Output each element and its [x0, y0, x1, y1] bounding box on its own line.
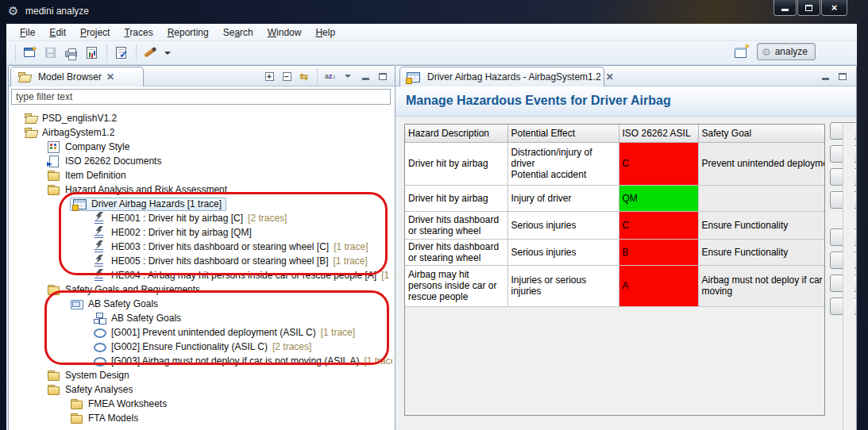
menu-file[interactable]: File — [13, 25, 42, 40]
safety-goal-cell[interactable]: Prevent unintended deployment — [698, 142, 825, 185]
report-button[interactable] — [83, 44, 102, 62]
tree-item[interactable]: System Design — [10, 368, 392, 382]
minimize-view-button[interactable] — [817, 69, 833, 83]
app-gear-icon: ⚙ — [8, 4, 18, 18]
minimize-view-button[interactable] — [357, 69, 373, 83]
tree-item[interactable]: [G003] Airbag must not deploy if car is … — [10, 354, 392, 368]
open-perspective-icon[interactable]: ★ — [733, 44, 749, 59]
print-button[interactable] — [62, 44, 81, 62]
trace-count: [2 traces] — [272, 341, 311, 352]
safety-goal-cell[interactable]: Ensure Functionality — [698, 239, 825, 265]
tree-item-label: HE003 : Driver hits dashboard or stearin… — [110, 241, 330, 252]
sort-alphabetically-button[interactable]: az↓ — [322, 69, 338, 83]
view-menu-icon — [345, 75, 351, 78]
column-header[interactable]: Potential Effect — [507, 125, 619, 142]
column-header[interactable]: Safety Goal — [698, 125, 825, 142]
tree-item[interactable]: [G002] Ensure Functionality (ASIL C)[2 t… — [10, 340, 392, 354]
tree-item[interactable]: HE001 : Driver hit by airbag [C][2 trace… — [10, 211, 392, 225]
asil-cell[interactable]: QM — [619, 185, 698, 211]
documents-icon — [47, 155, 60, 167]
column-header[interactable]: Hazard Description — [405, 125, 507, 142]
safety-goal-cell[interactable]: Airbag must not deploy if car is not mov… — [698, 265, 825, 306]
tab-editor[interactable]: Driver Airbag Hazards - AirbagSystem1.2 … — [399, 67, 604, 86]
tab-model-browser[interactable]: Model Browser ✕ — [10, 67, 144, 86]
editor-scrollbar[interactable] — [843, 124, 854, 430]
potential-effect-cell[interactable]: Injuries or serious injuries — [507, 265, 619, 306]
save-button[interactable] — [41, 44, 60, 62]
menu-window[interactable]: Window — [260, 25, 309, 40]
goal-icon — [93, 355, 106, 367]
brush-icon — [144, 48, 155, 57]
link-with-editor-button[interactable]: ⇆ — [296, 69, 312, 83]
close-button[interactable]: × — [821, 0, 847, 16]
tab-label: Driver Airbag Hazards - AirbagSystem1.2 — [427, 71, 601, 83]
potential-effect-cell[interactable]: Serious injuries — [507, 239, 619, 265]
tree-item-label: FMEA Worksheets — [87, 398, 168, 409]
goal-icon — [93, 326, 106, 339]
folder-open-icon — [24, 112, 37, 125]
folder-open-icon — [17, 71, 31, 83]
tree-item[interactable]: FMEA Worksheets — [10, 397, 392, 411]
tree-item[interactable]: ISO 26262 Documents — [10, 154, 392, 168]
asil-cell[interactable]: C — [619, 211, 698, 239]
potential-effect-cell[interactable]: Serious injuries — [507, 211, 619, 239]
tree-item[interactable]: FTA Models — [10, 411, 392, 425]
tree-item[interactable]: Company Style — [10, 140, 392, 154]
hazard-description-cell[interactable]: Driver hits dashboard or stearing wheel — [405, 239, 507, 265]
tree-item[interactable]: AB Safety Goals — [10, 297, 392, 311]
maximize-button[interactable] — [797, 0, 820, 16]
asil-cell[interactable]: C — [619, 142, 698, 185]
tree-item[interactable]: Item Definition — [10, 168, 392, 182]
hazard-description-cell[interactable]: Driver hit by airbag — [405, 185, 507, 211]
tree-item[interactable]: Driver Airbag Hazards [1 trace] — [10, 197, 392, 211]
expand-all-button[interactable]: + — [261, 69, 277, 83]
potential-effect-cell[interactable]: Injury of driver — [507, 185, 619, 211]
tree-item[interactable]: HE003 : Driver hits dashboard or stearin… — [10, 240, 392, 254]
safety-goal-cell[interactable] — [698, 185, 825, 211]
brush-button[interactable] — [141, 44, 160, 62]
tree-item[interactable]: Hazard Analysis and Risk Assessment — [10, 182, 392, 197]
view-menu-button[interactable] — [340, 69, 356, 83]
trace-count: [1 trace] — [333, 255, 367, 267]
close-icon[interactable]: ✕ — [106, 72, 114, 82]
tree-item[interactable]: HE002 : Driver hit by airbag [QM] — [10, 225, 392, 240]
close-icon[interactable]: ✕ — [606, 72, 614, 82]
filter-input[interactable] — [11, 89, 391, 105]
menu-reporting[interactable]: Reporting — [160, 25, 216, 40]
hazard-description-cell[interactable]: Driver hits dashboard or stearing wheel — [405, 211, 507, 239]
hazard-description-cell[interactable]: Driver hit by airbag — [405, 142, 507, 185]
hazard-description-cell[interactable]: Airbag may hit persons inside car or res… — [405, 265, 507, 306]
tree-item[interactable]: HE004 : Airbag may hit persons inside ca… — [10, 268, 392, 282]
collapse-all-button[interactable]: − — [279, 69, 295, 83]
asil-cell[interactable]: A — [619, 265, 698, 306]
column-header[interactable]: ISO 26262 ASIL — [619, 125, 698, 142]
menu-search[interactable]: Search — [216, 25, 260, 40]
tree-item[interactable]: [G001] Prevent unintended deployment (AS… — [10, 325, 392, 340]
minimize-button[interactable] — [773, 0, 797, 16]
folder-icon — [70, 397, 83, 410]
tree-item[interactable]: PSD_englishV1.2 — [10, 111, 392, 125]
tree-item[interactable]: HE005 : Driver hits dashboard or stearin… — [10, 254, 392, 268]
tree-item[interactable]: Safety Goals and Requirements — [10, 282, 392, 297]
title-bar[interactable]: ⚙ medini analyze × — [0, 0, 868, 24]
menu-traces[interactable]: Traces — [117, 25, 160, 40]
menu-help[interactable]: Help — [308, 25, 342, 40]
tree-item[interactable]: AB Safety Goals — [10, 311, 392, 325]
potential-effect-cell[interactable]: Distraction/injury of driver Potential a… — [507, 142, 619, 185]
maximize-view-button[interactable] — [835, 69, 851, 83]
validate-button[interactable] — [112, 44, 131, 62]
menu-project[interactable]: Project — [73, 25, 117, 40]
print-icon — [65, 51, 77, 57]
tree-item[interactable]: Safety Analyses — [10, 382, 392, 397]
tree-item-label: FTA Models — [87, 413, 140, 424]
asil-cell[interactable]: B — [619, 239, 698, 265]
maximize-view-button[interactable] — [375, 69, 391, 83]
tree-item[interactable]: AirbagSystem1.2 — [10, 125, 392, 140]
table-row: Driver hit by airbagDistraction/injury o… — [405, 142, 825, 185]
table-row: Driver hits dashboard or stearing wheelS… — [405, 239, 825, 265]
analyze-perspective-button[interactable]: ⚙ analyze — [757, 43, 816, 60]
new-wizard-button[interactable]: ✦ — [21, 44, 40, 62]
safety-goal-cell[interactable]: Ensure Functionality — [698, 211, 825, 239]
dropdown-arrow-icon[interactable] — [164, 52, 171, 55]
menu-edit[interactable]: Edit — [42, 25, 73, 40]
